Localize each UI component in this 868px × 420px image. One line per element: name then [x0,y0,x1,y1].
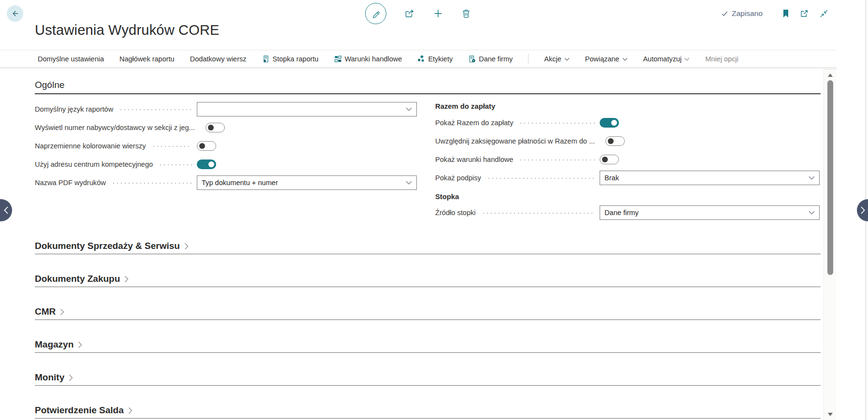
combobox-value: Dane firmy [604,209,639,217]
menu-item-warunki-handlowe[interactable]: Warunki handlowe [334,55,402,63]
toggle-knob [199,143,205,149]
section-monity[interactable]: Monity [35,372,821,386]
chevron-down-icon [406,181,412,185]
section-title: Potwierdzenie Salda [35,405,124,416]
dotted-leader [482,213,595,214]
dotted-leader [487,178,595,179]
menu-item-mniej-opcji[interactable]: Mniej opcji [705,55,738,63]
menu-item-label: Powiązane [585,55,619,63]
menu-item-label: Akcje [544,55,561,63]
section-dokumenty-sprzedazy-serwisu[interactable]: Dokumenty Sprzedaży & Serwisu [35,241,821,254]
field-row: Nazwa PDF wydruków Typ dokumentu + numer [35,174,417,192]
company-data-icon [468,55,476,63]
action-menu-bar: Domyślne ustawienia Nagłówek raportu Dod… [0,50,837,68]
delete-icon [461,8,471,19]
menu-item-label: Dane firmy [479,55,513,63]
dotted-leader [519,123,595,124]
menu-item-dane-firmy[interactable]: Dane firmy [468,55,513,63]
section-cmr[interactable]: CMR [35,306,821,320]
next-record-button[interactable] [857,199,868,221]
chevron-down-icon [622,58,628,61]
section-dokumenty-zakupu[interactable]: Dokumenty Zakupu [35,274,821,287]
edit-button[interactable] [365,3,386,24]
menu-item-label: Dodatkowy wiersz [190,55,247,63]
trade-terms-icon [334,55,342,63]
menu-item-akcje[interactable]: Akcje [544,55,569,63]
section-title: CMR [35,306,56,317]
field-label: Uwzględnij zaksięgowane płatności w Raze… [435,137,595,145]
field-row: Wyświetl numer nabywcy/dostawcy w sekcji… [35,118,417,137]
dotted-leader [119,109,192,110]
section-magazyn[interactable]: Magazyn [35,339,821,353]
menu-item-domyslne-ustawienia[interactable]: Domyślne ustawienia [38,55,104,63]
chevron-left-icon [3,206,9,215]
menu-item-label: Nagłówek raportu [119,55,175,63]
field-label: Domyślny język raportów [35,105,113,113]
save-status-label: Zapisano [732,9,763,18]
scrollbar-down-arrow[interactable] [828,413,833,416]
show-signatures-combobox[interactable]: Brak [600,171,820,185]
chevron-down-icon [564,58,570,61]
check-icon [721,10,728,17]
chevron-right-icon [184,243,189,250]
toggle-knob [611,120,617,126]
menu-item-automatyzuj[interactable]: Automatyzuj [643,55,690,63]
general-left-column: Domyślny język raportów Wyświetl numer n… [35,100,417,222]
new-record-button[interactable] [433,8,443,19]
scrollbar-thumb[interactable] [827,80,833,275]
chevron-down-icon [406,107,412,111]
field-label: Użyj adresu centrum kompetecyjnego [35,160,153,168]
toggle-knob [608,138,614,144]
bookmark-button[interactable] [782,9,789,18]
labels-icon [417,55,425,63]
field-row: Źródło stopki Dane firmy [435,203,820,222]
chevron-right-icon [60,308,64,316]
pdf-name-combobox[interactable]: Typ dokumentu + numer [197,175,417,190]
share-button[interactable] [404,8,415,19]
footer-source-combobox[interactable]: Dane firmy [600,205,820,220]
alternate-row-coloring-toggle[interactable] [197,141,216,151]
window-controls: Zapisano [721,0,829,27]
bookmark-icon [782,9,789,18]
field-label: Pokaż warunki handlowe [435,156,513,163]
show-customer-vendor-number-toggle[interactable] [206,123,225,132]
share-icon [404,8,415,19]
field-label: Nazwa PDF wydruków [35,179,106,187]
chevron-right-icon [860,206,866,215]
chevron-right-icon [69,374,73,381]
chevron-right-icon [128,407,132,414]
show-trade-terms-toggle[interactable] [600,155,619,164]
chevron-right-icon [124,275,129,283]
field-label: Pokaż podpisy [435,174,481,182]
default-report-language-combobox[interactable] [197,102,417,116]
use-responsibility-center-address-toggle[interactable] [197,159,216,169]
field-label: Wyświetl numer nabywcy/dostawcy w sekcji… [35,124,195,131]
field-row: Pokaż Razem do zapłaty [435,114,820,132]
collapse-button[interactable] [819,9,829,18]
menu-item-naglowek-raportu[interactable]: Nagłówek raportu [119,55,175,63]
combobox-value: Brak [604,174,619,182]
report-footer-icon [262,55,270,63]
general-fields: Domyślny język raportów Wyświetl numer n… [35,100,821,222]
chevron-right-icon [78,341,82,348]
include-posted-payments-toggle[interactable] [605,136,625,146]
field-row: Pokaż warunki handlowe [435,150,820,169]
scrollbar-up-arrow[interactable] [828,73,833,77]
add-icon [433,8,443,19]
page-title: Ustawienia Wydruków CORE [35,22,220,38]
section-header-ogolne[interactable]: Ogólne [35,80,821,94]
toggle-knob [602,157,608,162]
menu-item-dodatkowy-wiersz[interactable]: Dodatkowy wiersz [190,55,247,63]
menu-item-stopka-raportu[interactable]: Stopka raportu [262,55,319,63]
menu-item-powiazane[interactable]: Powiązane [585,55,628,63]
delete-button[interactable] [461,8,471,19]
combobox-value: Typ dokumentu + numer [202,179,278,187]
section-potwierdzenie-salda[interactable]: Potwierdzenie Salda [35,405,821,419]
field-label: Naprzemienne kolorowanie wierszy [35,142,146,150]
pencil-icon [371,9,381,19]
show-amount-due-toggle[interactable] [600,118,619,128]
dotted-leader [159,164,192,165]
menu-item-etykiety[interactable]: Etykiety [417,55,453,63]
open-in-new-window-button[interactable] [799,9,809,18]
vertical-scrollbar [824,69,836,420]
